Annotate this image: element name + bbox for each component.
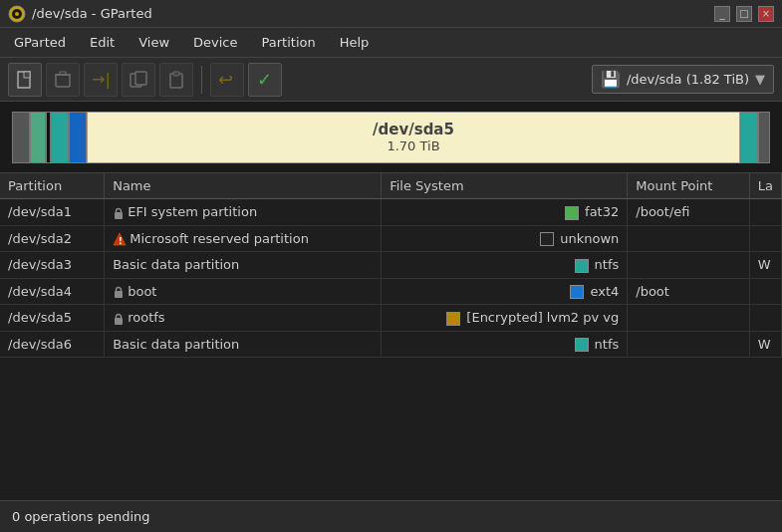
disk-seg-sda3 (51, 112, 69, 163)
minimize-button[interactable]: _ (714, 6, 730, 22)
lock-icon (113, 204, 128, 219)
toolbar-separator-1 (201, 66, 202, 94)
table-row[interactable]: /dev/sda3Basic data partitionntfsW (0, 252, 782, 279)
partition-table-container: Partition Name File System Mount Point L… (0, 173, 782, 532)
disk-seg-sda6 (740, 112, 758, 163)
svg-rect-4 (24, 72, 30, 78)
menu-partition[interactable]: Partition (252, 31, 326, 54)
col-mountpoint: Mount Point (628, 173, 750, 199)
delete-button[interactable] (46, 63, 80, 97)
statusbar: 0 operations pending (0, 500, 782, 532)
disk-seg-end (758, 112, 770, 163)
col-label: La (749, 173, 781, 199)
cell-partition: /dev/sda2 (0, 225, 105, 252)
cell-partition: /dev/sda1 (0, 199, 105, 226)
cell-partition: /dev/sda6 (0, 331, 105, 358)
titlebar-controls[interactable]: _ □ × (714, 6, 774, 22)
apply-button[interactable]: ✓ (248, 63, 282, 97)
device-label: /dev/sda (1.82 TiB) (627, 72, 749, 87)
table-row[interactable]: /dev/sda6Basic data partitionntfsW (0, 331, 782, 358)
fs-color-box (565, 206, 579, 220)
menu-device[interactable]: Device (183, 31, 247, 54)
disk-visual: /dev/sda5 1.70 TiB (0, 102, 782, 173)
cell-partition: /dev/sda5 (0, 305, 105, 332)
fs-color-box (446, 312, 460, 326)
fs-color-box (575, 338, 589, 352)
toolbar: →| ↩ ✓ 💾 /dev/sda (1.82 TiB) ▼ (0, 58, 782, 102)
col-partition: Partition (0, 173, 105, 199)
cell-name: rootfs (105, 305, 382, 332)
cell-name: EFI system partition (105, 199, 382, 226)
cell-partition: /dev/sda4 (0, 278, 105, 305)
table-row[interactable]: /dev/sda2!Microsoft reserved partitionun… (0, 225, 782, 252)
cell-mount-point (628, 225, 750, 252)
main-content: /dev/sda5 1.70 TiB Partition Name File S… (0, 102, 782, 532)
app-icon (8, 5, 26, 23)
menubar: GParted Edit View Device Partition Help (0, 28, 782, 58)
copy-button[interactable] (122, 63, 155, 97)
svg-text:→|: →| (92, 70, 111, 89)
disk-seg-sda5: /dev/sda5 1.70 TiB (87, 112, 740, 163)
svg-rect-7 (60, 72, 66, 75)
cell-label (749, 278, 781, 305)
partition-tbody: /dev/sda1EFI system partitionfat32/boot/… (0, 199, 782, 358)
move-resize-button[interactable]: →| (84, 63, 118, 97)
table-row[interactable]: /dev/sda1EFI system partitionfat32/boot/… (0, 199, 782, 226)
disk-seg-sda1 (30, 112, 46, 163)
svg-rect-10 (135, 72, 146, 85)
cell-name: Basic data partition (105, 252, 382, 279)
svg-rect-19 (115, 318, 123, 325)
svg-text:↩: ↩ (218, 70, 233, 90)
svg-rect-12 (173, 72, 179, 76)
cell-label: W (749, 331, 781, 358)
disk-seg-unallocated1 (12, 112, 30, 163)
device-dropdown-icon: ▼ (755, 72, 765, 87)
close-button[interactable]: × (758, 6, 774, 22)
col-filesystem: File System (382, 173, 628, 199)
cell-filesystem: fat32 (382, 199, 628, 226)
paste-button[interactable] (159, 63, 193, 97)
undo-button[interactable]: ↩ (210, 63, 244, 97)
cell-label (749, 199, 781, 226)
lock-icon (113, 284, 128, 299)
disk-seg-sda4 (69, 112, 87, 163)
new-button[interactable] (8, 63, 42, 97)
titlebar: /dev/sda - GParted _ □ × (0, 0, 782, 28)
svg-point-2 (15, 12, 19, 16)
cell-filesystem: [Encrypted] lvm2 pv vg (382, 305, 628, 332)
svg-rect-18 (115, 291, 123, 298)
cell-partition: /dev/sda3 (0, 252, 105, 279)
disk-main-label: /dev/sda5 (373, 121, 454, 138)
svg-text:✓: ✓ (257, 70, 272, 90)
cell-mount-point (628, 331, 750, 358)
table-row[interactable]: /dev/sda4bootext4/boot (0, 278, 782, 305)
menu-view[interactable]: View (129, 31, 179, 54)
cell-mount-point (628, 252, 750, 279)
cell-mount-point: /boot/efi (628, 199, 750, 226)
menu-edit[interactable]: Edit (80, 31, 125, 54)
col-name: Name (105, 173, 382, 199)
title-text: /dev/sda - GParted (32, 6, 152, 21)
table-row[interactable]: /dev/sda5rootfs[Encrypted] lvm2 pv vg (0, 305, 782, 332)
cell-label (749, 225, 781, 252)
table-header-row: Partition Name File System Mount Point L… (0, 173, 782, 199)
cell-label: W (749, 252, 781, 279)
fs-color-box (540, 232, 554, 246)
cell-filesystem: ntfs (382, 331, 628, 358)
fs-color-box (570, 285, 584, 299)
cell-name: !Microsoft reserved partition (105, 225, 382, 252)
cell-name: Basic data partition (105, 331, 382, 358)
cell-filesystem: unknown (382, 225, 628, 252)
device-selector[interactable]: 💾 /dev/sda (1.82 TiB) ▼ (592, 65, 774, 94)
cell-label (749, 305, 781, 332)
cell-mount-point: /boot (628, 278, 750, 305)
warning-icon: ! (113, 231, 130, 246)
partition-table: Partition Name File System Mount Point L… (0, 173, 782, 358)
svg-rect-15 (115, 212, 123, 219)
menu-help[interactable]: Help (330, 31, 380, 54)
menu-gparted[interactable]: GParted (4, 31, 76, 54)
maximize-button[interactable]: □ (736, 6, 752, 22)
device-icon: 💾 (601, 70, 621, 89)
lock-icon (113, 310, 128, 325)
disk-main-size: 1.70 TiB (387, 138, 439, 153)
